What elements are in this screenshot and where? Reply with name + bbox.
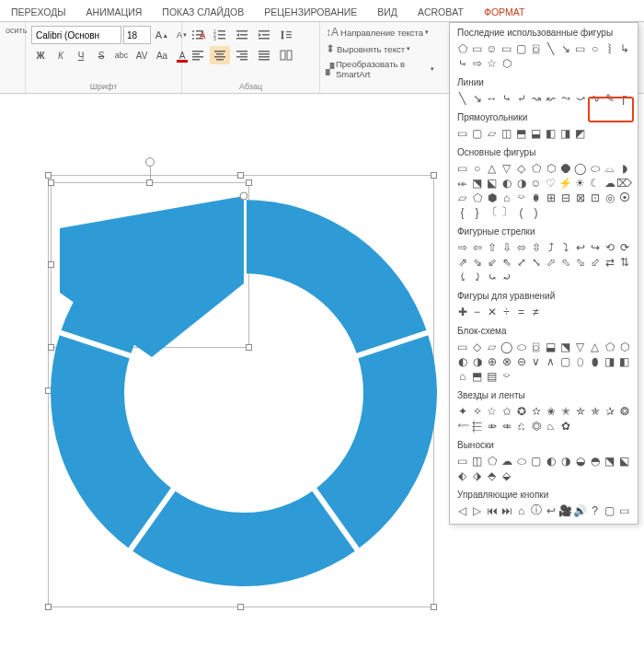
c13[interactable]: ⬖ [455, 468, 469, 482]
a23[interactable]: ⇄ [603, 255, 616, 269]
s10[interactable]: ✯ [588, 404, 602, 418]
convert-smartart-button[interactable]: ▞ Преобразовать в SmartArt ▾ [326, 59, 434, 79]
f12[interactable]: ⬡ [617, 340, 631, 353]
ab1[interactable]: ◁ [455, 503, 469, 517]
f17[interactable]: ⊖ [514, 354, 528, 368]
b37[interactable]: { [455, 205, 469, 219]
a20[interactable]: ⬁ [558, 255, 572, 269]
f7[interactable]: ⬓ [544, 340, 558, 353]
eq6[interactable]: ≠ [529, 305, 543, 318]
shape-textbox[interactable]: ▭ [470, 41, 484, 55]
a22[interactable]: ⬃ [588, 255, 602, 269]
ab6[interactable]: ⓘ [529, 503, 543, 517]
pentagon-shape[interactable] [51, 182, 262, 366]
line-3[interactable]: ↔ [485, 91, 499, 105]
shape-oval[interactable]: ○ [588, 41, 602, 55]
ab8[interactable]: 🎥 [558, 503, 572, 517]
s6[interactable]: ✫ [529, 404, 543, 418]
b22[interactable]: ☾ [588, 176, 602, 190]
rect-7[interactable]: ◧ [544, 126, 558, 140]
italic-button[interactable]: К [52, 46, 70, 64]
f5[interactable]: ⬭ [514, 340, 528, 353]
s18[interactable]: ⏣ [529, 419, 543, 433]
ab11[interactable]: ▢ [603, 503, 616, 517]
a7[interactable]: ⤴ [544, 240, 558, 254]
b31[interactable]: ⊞ [544, 191, 558, 204]
a25[interactable]: ⤹ [455, 270, 469, 283]
s4[interactable]: ✩ [500, 404, 513, 418]
b28[interactable]: ⌂ [500, 191, 513, 204]
rotate-handle[interactable] [145, 157, 155, 167]
line-2[interactable]: ↘ [470, 91, 484, 105]
ab3[interactable]: ⏮ [485, 503, 499, 517]
ab2[interactable]: ▷ [470, 503, 484, 517]
line-4[interactable]: ⤷ [500, 91, 513, 105]
b36[interactable]: ⦿ [617, 191, 631, 204]
c6[interactable]: ▢ [529, 454, 543, 468]
line-scribble[interactable]: ɼ [617, 91, 631, 105]
b20[interactable]: ⚡ [558, 176, 572, 190]
a9[interactable]: ↩ [573, 240, 587, 254]
line-7[interactable]: ↜ [544, 91, 558, 105]
f1[interactable]: ▭ [455, 340, 469, 353]
b38[interactable]: } [470, 205, 484, 219]
f14[interactable]: ◑ [470, 354, 484, 368]
a19[interactable]: ⬀ [544, 255, 558, 269]
f13[interactable]: ◐ [455, 354, 469, 368]
a10[interactable]: ↪ [588, 240, 602, 254]
c14[interactable]: ⬗ [470, 468, 484, 482]
a4[interactable]: ⇩ [500, 240, 513, 254]
shape-line[interactable]: ╲ [544, 41, 558, 55]
ab12[interactable]: ▭ [617, 503, 631, 517]
s8[interactable]: ✭ [558, 404, 572, 418]
rect-8[interactable]: ◨ [558, 126, 572, 140]
s5[interactable]: ✪ [514, 404, 528, 418]
b6[interactable]: ⬠ [529, 161, 543, 175]
eq5[interactable]: = [514, 305, 528, 318]
b15[interactable]: ⬕ [485, 176, 499, 190]
decrease-indent-button[interactable] [232, 26, 252, 44]
a18[interactable]: ⤡ [529, 255, 543, 269]
rect-2[interactable]: ▢ [470, 126, 484, 140]
s12[interactable]: ❂ [617, 404, 631, 418]
f24[interactable]: ◧ [617, 354, 631, 368]
a16[interactable]: ⇖ [500, 255, 513, 269]
bold-button[interactable]: Ж [31, 46, 50, 64]
b42[interactable]: ) [529, 205, 543, 219]
line-freeform[interactable]: ✎ [603, 91, 616, 105]
b32[interactable]: ⊟ [558, 191, 572, 204]
f25[interactable]: ⌂ [455, 369, 469, 383]
tab-format[interactable]: ФОРМАТ [482, 3, 526, 21]
shape-star[interactable]: ☆ [485, 56, 499, 70]
b35[interactable]: ◎ [603, 191, 616, 204]
rect-5[interactable]: ⬒ [514, 126, 528, 140]
f8[interactable]: ⬔ [558, 340, 572, 353]
b4[interactable]: ▽ [500, 161, 513, 175]
f16[interactable]: ⊗ [500, 354, 513, 368]
f10[interactable]: △ [588, 340, 602, 353]
line-9[interactable]: ⤻ [573, 91, 587, 105]
c2[interactable]: ◫ [470, 454, 484, 468]
tab-animations[interactable]: АНИМАЦИЯ [85, 3, 144, 21]
eq2[interactable]: − [470, 305, 484, 318]
shape-arrow-line[interactable]: ↘ [558, 41, 572, 55]
a6[interactable]: ⇳ [529, 240, 543, 254]
strike-button[interactable]: S [92, 46, 110, 64]
b25[interactable]: ▱ [455, 191, 469, 204]
b18[interactable]: ☺ [529, 176, 543, 190]
c8[interactable]: ◑ [558, 454, 572, 468]
c5[interactable]: ⬭ [514, 454, 528, 468]
b21[interactable]: ☀ [573, 176, 587, 190]
s17[interactable]: ⎌ [514, 419, 528, 433]
c10[interactable]: ◓ [588, 454, 602, 468]
b27[interactable]: ⬢ [485, 191, 499, 204]
c16[interactable]: ⬙ [500, 468, 513, 482]
rect-1[interactable]: ▭ [455, 126, 469, 140]
b33[interactable]: ⊠ [573, 191, 587, 204]
f21[interactable]: ⬯ [573, 354, 587, 368]
line-1[interactable]: ╲ [455, 91, 469, 105]
shape-freeform[interactable]: ⬠ [455, 41, 469, 55]
a15[interactable]: ⇙ [485, 255, 499, 269]
a8[interactable]: ⤵ [558, 240, 572, 254]
b10[interactable]: ⬭ [588, 161, 602, 175]
